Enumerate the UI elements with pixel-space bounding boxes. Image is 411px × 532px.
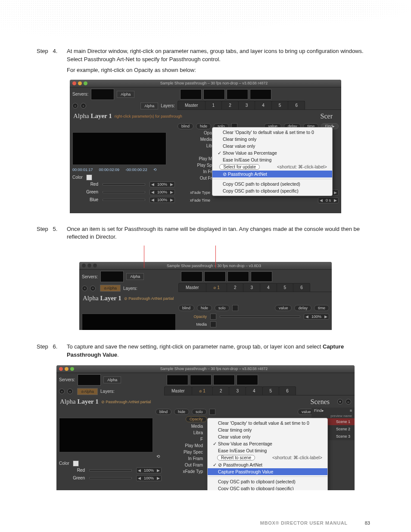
server-tab-alpha[interactable]: Alpha: [126, 273, 144, 280]
param-opacity-tan[interactable]: Opacity: [181, 314, 207, 319]
color-swatch[interactable]: [73, 460, 79, 467]
green-slider[interactable]: [89, 477, 132, 479]
tab-layer-2[interactable]: 2: [212, 386, 230, 395]
solo-indicator[interactable]: [232, 305, 238, 311]
hide-button[interactable]: hide: [197, 305, 212, 311]
xfade-time-num[interactable]: ◀0 s▶: [318, 197, 339, 203]
close-icon[interactable]: [82, 264, 86, 268]
param-f[interactable]: F: [168, 437, 203, 442]
close-icon[interactable]: [59, 367, 63, 371]
menu-clear-value[interactable]: Clear value only: [208, 433, 327, 440]
nav-prev-icon[interactable]: ◦: [72, 103, 78, 109]
nav-next-icon[interactable]: ◦: [81, 103, 86, 109]
param-xfade-type[interactable]: xFade Typ: [168, 469, 203, 474]
solo-button[interactable]: solo: [192, 409, 207, 415]
menu-ease[interactable]: Ease In/Ease Out timing: [212, 156, 332, 163]
param-library[interactable]: Libra: [168, 430, 203, 435]
opacity-indicator[interactable]: [210, 314, 216, 320]
tab-layer-1-tan[interactable]: ⊘ 1: [206, 283, 227, 292]
menu-revert-scene[interactable]: Revert to scene<shortcut: ⌘-click-label>: [208, 454, 327, 461]
param-in-frame[interactable]: In Fr: [182, 169, 212, 174]
time-button[interactable]: time: [314, 305, 329, 311]
layer-thumb[interactable]: [190, 375, 212, 385]
tab-layer-2[interactable]: 2: [227, 283, 244, 292]
param-opacity-tan[interactable]: Opacity: [186, 416, 207, 422]
green-slider[interactable]: [103, 191, 145, 193]
tab-layer-3[interactable]: 3: [238, 101, 255, 109]
server-tab-alpha[interactable]: Alpha: [103, 376, 121, 383]
server-thumb[interactable]: [100, 271, 124, 282]
xfade-time-label[interactable]: xFade Time: [180, 198, 210, 202]
layer-group-alpha-tan[interactable]: ⊘Alpha: [77, 388, 98, 395]
tab-layer-1[interactable]: 1: [205, 101, 222, 109]
find-button[interactable]: Find▸: [314, 408, 324, 413]
server-thumb[interactable]: [78, 374, 101, 386]
delay-button[interactable]: delay: [294, 305, 311, 311]
blind-button[interactable]: blind: [177, 123, 193, 129]
red-slider[interactable]: [103, 184, 145, 185]
minimize-icon[interactable]: [65, 367, 68, 371]
opacity-value[interactable]: ◀100%▶: [304, 314, 329, 320]
nav-prev-icon[interactable]: ◦: [59, 389, 65, 394]
nav-prev-icon[interactable]: ◦: [82, 286, 87, 291]
menu-clear-timing[interactable]: Clear timing only: [212, 136, 332, 143]
menu-copy-osc-specific[interactable]: Copy OSC path to clipboard (specific): [212, 187, 332, 194]
hide-button[interactable]: hide: [196, 123, 211, 129]
minimize-icon[interactable]: [78, 81, 82, 85]
server-tab-alpha[interactable]: Alpha: [117, 91, 134, 98]
tab-layer-6[interactable]: 6: [279, 386, 296, 395]
scene-remove-icon[interactable]: −: [346, 399, 351, 404]
solo-indicator[interactable]: [209, 409, 215, 415]
close-icon[interactable]: [72, 81, 76, 85]
color-swatch[interactable]: [86, 174, 92, 180]
menu-ease[interactable]: Ease In/Ease Out timing: [208, 447, 327, 454]
param-media[interactable]: Media: [181, 322, 207, 327]
tab-layer-6[interactable]: 6: [288, 101, 305, 109]
zoom-icon[interactable]: [70, 367, 74, 371]
menu-passthrough-artnet[interactable]: ✓⊘ Passthrough ArtNet: [208, 461, 327, 468]
param-media[interactable]: Media: [182, 137, 212, 142]
layer-thumb[interactable]: [251, 271, 272, 282]
loop-icon[interactable]: ⟲: [156, 454, 160, 459]
layer-thumb[interactable]: [250, 89, 271, 100]
tab-layer-5[interactable]: 5: [271, 101, 289, 109]
tab-master[interactable]: Master: [177, 101, 206, 109]
green-value[interactable]: ◀100%▶: [136, 475, 162, 481]
tab-layer-2[interactable]: 2: [221, 101, 239, 109]
opacity-slider[interactable]: [220, 316, 300, 317]
layer-thumb[interactable]: [180, 89, 202, 100]
menu-capture-passthrough[interactable]: Capture Passthrough Value: [208, 468, 327, 475]
blind-button[interactable]: blind: [178, 305, 194, 311]
menu-copy-osc-selected[interactable]: Copy OSC path to clipboard (selected): [208, 478, 327, 485]
param-play-speed[interactable]: Play Sp: [182, 163, 212, 168]
zoom-icon[interactable]: [84, 81, 87, 85]
nav-next-icon[interactable]: ◦: [67, 389, 73, 394]
param-lib[interactable]: Lib: [182, 143, 212, 148]
layer-thumb[interactable]: [237, 375, 258, 385]
menu-show-percentage[interactable]: ✓Show Value as Percentage: [208, 440, 327, 447]
blue-slider[interactable]: [103, 199, 145, 201]
minimize-icon[interactable]: [87, 264, 91, 268]
xfade-type-label[interactable]: xFade Type: [180, 190, 210, 195]
tab-layer-3[interactable]: 3: [243, 283, 260, 292]
tab-layer-4[interactable]: 4: [246, 386, 263, 395]
media-indicator[interactable]: [210, 321, 216, 327]
layer-thumb[interactable]: [227, 271, 249, 282]
red-value[interactable]: ◀100%▶: [136, 467, 162, 473]
layer-group-alpha-tan[interactable]: ⊘Alpha: [100, 285, 121, 292]
param-play-mode[interactable]: Play Mod: [168, 443, 203, 448]
blind-button[interactable]: blind: [156, 409, 171, 415]
param-out-frame[interactable]: Out Fram: [168, 463, 203, 467]
menu-clear-default[interactable]: Clear 'Opacity' to default value & set t…: [212, 129, 332, 136]
zoom-icon[interactable]: [93, 264, 97, 268]
menu-passthrough-artnet[interactable]: ⊘ Passthrough ArtNet: [212, 171, 332, 177]
menu-show-percentage[interactable]: ✓Show Value as Percentage: [212, 149, 332, 156]
green-value[interactable]: ◀100%▶: [149, 189, 175, 195]
blue-value[interactable]: ◀100%▶: [149, 197, 175, 203]
hide-button[interactable]: hide: [174, 409, 189, 415]
menu-copy-osc-selected[interactable]: Copy OSC path to clipboard (selected): [212, 180, 332, 187]
scene-add-icon[interactable]: +: [337, 399, 343, 404]
tab-layer-5[interactable]: 5: [277, 283, 294, 292]
layer-thumb[interactable]: [213, 375, 235, 385]
tab-layer-3[interactable]: 3: [229, 386, 246, 395]
